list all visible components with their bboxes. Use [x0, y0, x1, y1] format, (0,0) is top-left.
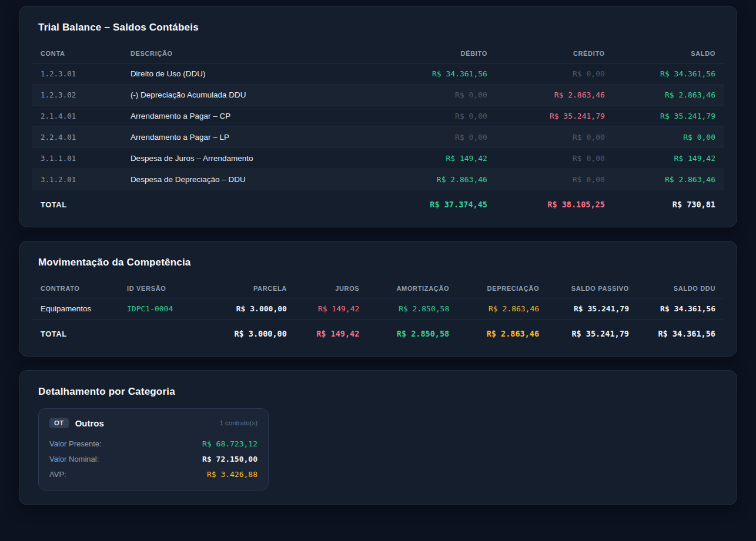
saldo-passivo-value: R$ 35.241,79 [574, 304, 629, 313]
total-credit-value: R$ 38.105,25 [547, 200, 605, 209]
amortizacao-value: R$ 2.850,58 [399, 304, 449, 313]
account-code: 3.1.2.01 [41, 175, 76, 184]
trial-balance-title: Trial Balance – Saldos Contábeis [38, 22, 724, 33]
credit-value: R$ 0,00 [573, 69, 605, 78]
total-amortizacao-value: R$ 2.850,58 [397, 329, 449, 338]
account-code: 1.2.3.02 [41, 90, 76, 99]
trial-balance-table: CONTA DESCRIÇÃO DÉBITO CRÉDITO SALDO 1.2… [32, 44, 724, 213]
category-card-header: OT Outros 1 contrato(s) [49, 418, 257, 428]
account-description: (-) Depreciação Acumulada DDU [131, 90, 246, 99]
total-depreciacao-value: R$ 2.863,46 [487, 329, 539, 338]
juros-value: R$ 149,42 [318, 304, 359, 313]
trial-balance-row: 1.2.3.01 Direito de Uso (DDU) R$ 34.361,… [32, 63, 724, 85]
category-metric-row: AVP: R$ 3.426,88 [49, 466, 257, 482]
movimentacao-header-row: CONTRATO ID VERSÃO PARCELA JUROS AMORTIZ… [32, 279, 724, 298]
metric-value: R$ 68.723,12 [202, 439, 257, 448]
balance-value: R$ 2.863,46 [665, 175, 715, 184]
debit-value: R$ 34.361,56 [432, 69, 487, 78]
category-contract-count: 1 contrato(s) [219, 419, 257, 426]
trial-balance-total-row: TOTAL R$ 37.374,45 R$ 38.105,25 R$ 730,8… [32, 190, 724, 213]
debit-value: R$ 0,00 [455, 112, 487, 120]
balance-value: R$ 34.361,56 [660, 69, 715, 78]
category-metric-row: Valor Nominal: R$ 72.150,00 [49, 451, 257, 466]
column-header-saldo: SALDO [613, 44, 724, 63]
trial-balance-row: 3.1.2.01 Despesa de Depreciação – DDU R$… [32, 169, 724, 190]
debit-value: R$ 0,00 [455, 90, 487, 99]
categorias-panel: Detalhamento por Categoria OT Outros 1 c… [19, 370, 737, 505]
balance-value: R$ 2.863,46 [665, 90, 715, 99]
account-description: Despesa de Juros – Arrendamento [131, 154, 253, 163]
account-description: Arrendamento a Pagar – LP [131, 133, 229, 142]
category-name: Outros [75, 418, 104, 428]
account-description: Despesa de Depreciação – DDU [131, 175, 246, 184]
movimentacao-title: Movimentação da Competência [38, 257, 724, 268]
metric-value: R$ 72.150,00 [202, 455, 257, 463]
account-code: 2.1.4.01 [41, 112, 76, 120]
column-header-id-versao: ID VERSÃO [119, 279, 209, 298]
column-header-juros: JUROS [295, 279, 367, 298]
trial-balance-panel: Trial Balance – Saldos Contábeis CONTA D… [19, 6, 737, 227]
total-saldo-passivo-value: R$ 35.241,79 [571, 329, 629, 338]
column-header-debito: DÉBITO [374, 44, 496, 63]
category-badge: OT [49, 418, 69, 428]
column-header-saldo-ddu: SALDO DDU [637, 279, 724, 298]
depreciacao-value: R$ 2.863,46 [489, 304, 539, 313]
total-debit-value: R$ 37.374,45 [430, 200, 487, 209]
trial-balance-row: 2.2.4.01 Arrendamento a Pagar – LP R$ 0,… [32, 127, 724, 148]
balance-value: R$ 0,00 [683, 133, 715, 142]
debit-value: R$ 149,42 [446, 154, 487, 163]
account-code: 1.2.3.01 [41, 69, 76, 78]
metric-label: Valor Nominal: [49, 455, 99, 463]
credit-value: R$ 0,00 [573, 133, 605, 142]
balance-value: R$ 35.241,79 [660, 112, 715, 120]
total-label: TOTAL [41, 330, 67, 338]
account-code: 2.2.4.01 [41, 133, 76, 142]
category-metric-row: Valor Presente: R$ 68.723,12 [49, 436, 257, 451]
debit-value: R$ 0,00 [455, 133, 487, 142]
account-code: 3.1.1.01 [41, 154, 76, 163]
version-id: IDPC1-0004 [127, 304, 173, 313]
categorias-title: Detalhamento por Categoria [38, 386, 724, 398]
column-header-contrato: CONTRATO [32, 279, 119, 298]
movimentacao-total-row: TOTAL R$ 3.000,00 R$ 149,42 R$ 2.850,58 … [32, 320, 724, 342]
trial-balance-row: 2.1.4.01 Arrendamento a Pagar – CP R$ 0,… [32, 106, 724, 127]
credit-value: R$ 0,00 [573, 175, 605, 184]
movimentacao-row: Equipamentos IDPC1-0004 R$ 3.000,00 R$ 1… [32, 298, 724, 320]
account-description: Arrendamento a Pagar – CP [131, 112, 230, 120]
trial-balance-row: 1.2.3.02 (-) Depreciação Acumulada DDU R… [32, 85, 724, 106]
metric-value: R$ 3.426,88 [207, 470, 257, 479]
column-header-parcela: PARCELA [209, 279, 295, 298]
parcela-value: R$ 3.000,00 [236, 304, 287, 313]
credit-value: R$ 2.863,46 [554, 90, 605, 99]
contract-name: Equipamentos [41, 304, 91, 313]
trial-balance-header-row: CONTA DESCRIÇÃO DÉBITO CRÉDITO SALDO [32, 44, 724, 63]
balance-value: R$ 149,42 [674, 154, 715, 163]
saldo-ddu-value: R$ 34.361,56 [660, 304, 715, 313]
total-balance-value: R$ 730,81 [673, 200, 715, 209]
credit-value: R$ 35.241,79 [550, 112, 605, 120]
credit-value: R$ 0,00 [573, 154, 605, 163]
total-parcela-value: R$ 3.000,00 [234, 329, 286, 338]
debit-value: R$ 2.863,46 [437, 175, 487, 184]
column-header-descricao: DESCRIÇÃO [122, 44, 374, 63]
account-description: Direito de Uso (DDU) [131, 69, 206, 78]
metric-label: Valor Presente: [49, 439, 102, 448]
movimentacao-table: CONTRATO ID VERSÃO PARCELA JUROS AMORTIZ… [32, 279, 724, 342]
movimentacao-panel: Movimentação da Competência CONTRATO ID … [19, 241, 737, 357]
column-header-amortizacao: AMORTIZAÇÃO [367, 279, 457, 298]
total-label: TOTAL [41, 200, 67, 209]
column-header-conta: CONTA [32, 44, 122, 63]
column-header-saldo-passivo: SALDO PASSIVO [547, 279, 637, 298]
category-card: OT Outros 1 contrato(s) Valor Presente: … [38, 408, 269, 490]
trial-balance-row: 3.1.1.01 Despesa de Juros – Arrendamento… [32, 148, 724, 169]
column-header-depreciacao: DEPRECIAÇÃO [457, 279, 547, 298]
total-juros-value: R$ 149,42 [316, 329, 359, 338]
total-saldo-ddu-value: R$ 34.361,56 [658, 329, 715, 338]
column-header-credito: CRÉDITO [496, 44, 613, 63]
metric-label: AVP: [49, 470, 66, 479]
